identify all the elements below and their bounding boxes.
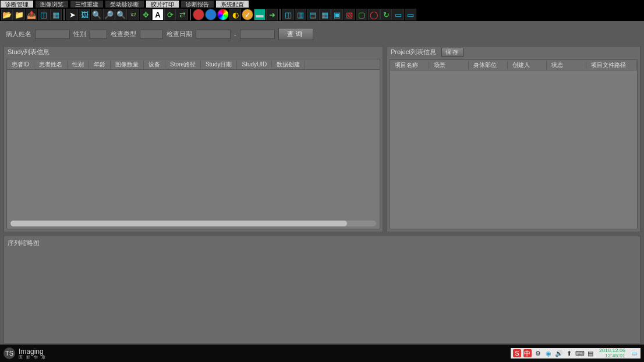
tray-show-desktop-icon[interactable]: ▭ xyxy=(630,349,638,357)
tray-clock[interactable]: 2018.12.06 12:45:01 xyxy=(597,348,628,359)
col-status[interactable]: 状态 xyxy=(547,61,586,69)
system-tray: S 中 ⚙ ◉ 🔊 ⬆ ⌨ ▤ 2018.12.06 12:45:01 ▭ xyxy=(511,348,641,359)
query-button[interactable]: 查询 xyxy=(278,28,313,40)
layout-grid-icon[interactable]: ▦ xyxy=(319,9,331,20)
layout-1x2-icon[interactable]: ▣ xyxy=(331,9,343,20)
grid-icon[interactable]: ▦ xyxy=(50,9,62,20)
col-age[interactable]: 年龄 xyxy=(89,61,111,69)
sex-input[interactable] xyxy=(90,30,107,39)
date-from-input[interactable] xyxy=(196,30,231,39)
circle-blue-icon[interactable] xyxy=(205,9,217,20)
toolbar-separator xyxy=(190,9,191,20)
folder-up-icon[interactable]: 📤 xyxy=(26,9,37,20)
col-image-count[interactable]: 图像数量 xyxy=(111,61,144,69)
project-panel-title: Project列表信息 保存 xyxy=(387,47,640,59)
toolbar-separator xyxy=(279,9,281,20)
tray-time: 12:45:01 xyxy=(599,353,625,359)
date-to-input[interactable] xyxy=(240,30,275,39)
col-store-path[interactable]: Store路径 xyxy=(165,61,201,69)
circle-red-icon[interactable] xyxy=(193,9,204,20)
windows-icon[interactable]: ▭ xyxy=(392,9,404,20)
folder-icon[interactable]: 📁 xyxy=(13,9,25,20)
menu-tab-3d[interactable]: 三维重建 xyxy=(70,0,104,8)
study-table[interactable]: 患者ID 患者姓名 性别 年龄 图像数量 设备 Store路径 Study日期 … xyxy=(6,59,380,229)
thumbnail-panel-title: 序列缩略图 xyxy=(8,239,636,247)
progress-icon[interactable]: ▭ xyxy=(405,9,416,20)
image-icon[interactable]: 🖼 xyxy=(79,9,90,20)
teal-bar-icon[interactable]: ▬ xyxy=(254,9,266,20)
col-study-uid[interactable]: StudyUID xyxy=(237,61,272,68)
project-table-header: 项目名称 场景 身体部位 创建人 状态 项目文件路径 xyxy=(390,60,637,70)
col-project-path[interactable]: 项目文件路径 xyxy=(586,61,637,69)
toolbar-separator xyxy=(63,9,65,20)
palette-icon[interactable]: ◐ xyxy=(229,9,241,20)
menu-tab-artery[interactable]: 受动脉诊断 xyxy=(105,0,144,8)
status-bar: TS Imaging 医 影 华 康 S 中 ⚙ ◉ 🔊 ⬆ ⌨ ▤ 2018.… xyxy=(0,345,644,362)
color-wheel-icon[interactable] xyxy=(217,9,229,20)
exam-date-label: 检查日期 xyxy=(167,30,192,38)
col-patient-id[interactable]: 患者ID xyxy=(7,61,34,69)
exam-type-label: 检查类型 xyxy=(111,30,136,38)
menu-tab-diagnosis[interactable]: 诊断管理 xyxy=(0,0,34,8)
layout-2-icon[interactable]: ▥ xyxy=(295,9,306,20)
tray-network-icon[interactable]: ◉ xyxy=(544,349,553,357)
zoom-x2-icon[interactable]: x2 xyxy=(128,9,139,20)
study-panel-title: Study列表信息 xyxy=(4,47,383,59)
brand-name: Imaging xyxy=(19,348,47,355)
menu-tab-film-print[interactable]: 胶片打印 xyxy=(146,0,179,8)
rotate-icon[interactable]: ↻ xyxy=(380,9,392,20)
layout-3col-icon[interactable]: ▤ xyxy=(307,9,319,20)
col-creator[interactable]: 创建人 xyxy=(508,61,547,69)
window-grid-icon[interactable]: ◫ xyxy=(38,9,49,20)
project-title-text: Project列表信息 xyxy=(391,48,436,55)
search-row: 病人姓名 性别 检查类型 检查日期 - 查询 xyxy=(3,23,641,46)
sex-label: 性别 xyxy=(73,30,86,38)
tray-keyboard-icon[interactable]: ⌨ xyxy=(576,349,584,357)
col-data-created[interactable]: 数据创建 xyxy=(272,61,305,69)
red-circle-icon[interactable]: ◯ xyxy=(368,9,380,20)
green-arrow-icon[interactable]: ➜ xyxy=(266,9,278,20)
menu-tab-config[interactable]: 系统配置 xyxy=(215,0,249,8)
patient-name-label: 病人姓名 xyxy=(6,30,31,38)
menu-tab-report[interactable]: 诊断报告 xyxy=(181,0,214,8)
crop-icon[interactable]: ▧ xyxy=(344,9,355,20)
exam-type-input[interactable] xyxy=(140,30,163,39)
col-device[interactable]: 设备 xyxy=(144,61,165,69)
zoom-out-icon[interactable]: 🔍 xyxy=(91,9,102,20)
tray-misc-icon[interactable]: ▤ xyxy=(586,349,595,357)
main-area: 病人姓名 性别 检查类型 检查日期 - 查询 Study列表信息 患者ID 患者… xyxy=(0,21,644,345)
tray-up-icon[interactable]: ⬆ xyxy=(565,349,574,357)
green-square-icon[interactable]: ▢ xyxy=(356,9,367,20)
project-table[interactable]: 项目名称 场景 身体部位 创建人 状态 项目文件路径 xyxy=(390,59,638,229)
study-panel: Study列表信息 患者ID 患者姓名 性别 年龄 图像数量 设备 Store路… xyxy=(3,46,383,232)
pointer-icon[interactable]: ➤ xyxy=(66,9,78,20)
brand-subtitle: 医 影 华 康 xyxy=(19,355,47,359)
patient-name-input[interactable] xyxy=(35,30,70,39)
refresh-icon[interactable]: ⟳ xyxy=(164,9,176,20)
date-separator: - xyxy=(234,31,236,38)
panels: Study列表信息 患者ID 患者姓名 性别 年龄 图像数量 设备 Store路… xyxy=(3,46,641,232)
magnifier-icon[interactable]: 🔍 xyxy=(115,9,127,20)
move-icon[interactable]: ✥ xyxy=(140,9,151,20)
ime-icon[interactable]: S xyxy=(513,349,521,357)
study-hscrollbar[interactable] xyxy=(10,221,376,226)
tray-volume-icon[interactable]: 🔊 xyxy=(555,349,563,357)
col-scene[interactable]: 场景 xyxy=(429,61,468,69)
check-icon[interactable]: ✓ xyxy=(242,9,253,20)
sync-icon[interactable]: ⇄ xyxy=(176,9,188,20)
col-project-name[interactable]: 项目名称 xyxy=(390,61,429,69)
ime-lang-icon[interactable]: 中 xyxy=(523,349,532,357)
save-button[interactable]: 保存 xyxy=(441,48,463,57)
tray-settings-icon[interactable]: ⚙ xyxy=(534,349,542,357)
col-study-date[interactable]: Study日期 xyxy=(201,61,238,69)
zoom-in-icon[interactable]: 🔎 xyxy=(103,9,115,20)
col-body-part[interactable]: 身体部位 xyxy=(469,61,508,69)
text-a-icon[interactable]: A xyxy=(152,9,164,20)
menu-bar: 诊断管理 图像浏览 三维重建 受动脉诊断 胶片打印 诊断报告 系统配置 xyxy=(0,0,644,8)
col-patient-name[interactable]: 患者姓名 xyxy=(34,61,68,69)
menu-tab-image-view[interactable]: 图像浏览 xyxy=(35,0,69,8)
col-sex[interactable]: 性别 xyxy=(68,61,89,69)
folder-open-icon[interactable]: 📂 xyxy=(1,9,13,20)
brand: TS Imaging 医 影 华 康 xyxy=(3,347,47,359)
gallery-icon[interactable]: ◫ xyxy=(282,9,294,20)
